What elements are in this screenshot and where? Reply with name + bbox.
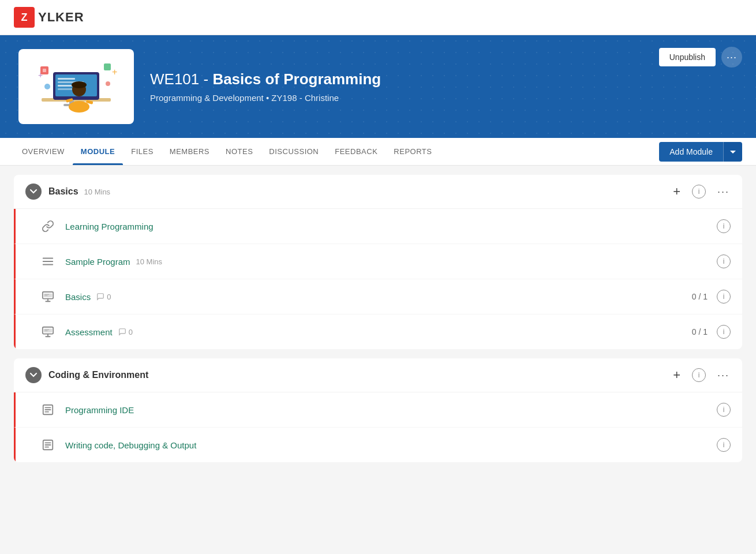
item-learning-programming: Learning Programming i bbox=[14, 209, 742, 244]
module-basics-header: Basics 10 Mins + i ··· bbox=[14, 175, 742, 209]
item-assessment: Assessment 0 0 / 1 i bbox=[14, 314, 742, 349]
svg-rect-16 bbox=[104, 63, 111, 70]
svg-rect-7 bbox=[58, 85, 72, 87]
tab-files[interactable]: FILES bbox=[123, 138, 162, 165]
module-coding-title: Coding & Environment bbox=[48, 370, 148, 380]
item-assessment-score: 0 / 1 bbox=[692, 327, 708, 336]
module-coding-more-button[interactable]: ··· bbox=[716, 368, 731, 383]
tab-module[interactable]: MODULE bbox=[73, 138, 123, 165]
item-writing-code-right: i bbox=[717, 438, 731, 452]
lines-icon bbox=[39, 252, 57, 271]
item-programming-ide-info[interactable]: i bbox=[717, 403, 731, 417]
module-coding-add-button[interactable]: + bbox=[672, 366, 682, 384]
item-basics-title[interactable]: Basics bbox=[65, 292, 91, 302]
course-meta: Programming & Development • ZY198 - Chri… bbox=[150, 93, 738, 103]
item-assessment-comments: 0 bbox=[118, 328, 133, 336]
svg-point-11 bbox=[72, 81, 87, 88]
module-basics-actions: + i ··· bbox=[672, 183, 731, 200]
svg-rect-15 bbox=[43, 69, 46, 72]
item-assessment-right: 0 / 1 i bbox=[692, 325, 731, 339]
tab-overview[interactable]: OVERVIEW bbox=[14, 138, 73, 165]
item-writing-code-info[interactable]: i bbox=[717, 438, 731, 452]
tab-members[interactable]: MEMBERS bbox=[162, 138, 218, 165]
course-thumbnail: + + bbox=[18, 49, 134, 124]
svg-text:+: + bbox=[38, 70, 43, 80]
svg-rect-5 bbox=[58, 78, 75, 80]
doc-lines-icon bbox=[39, 400, 57, 419]
logo-text: YLKER bbox=[38, 10, 84, 25]
course-banner: + + WE101 - Basics of Programming Progra… bbox=[0, 35, 756, 138]
tabs-bar: OVERVIEW MODULE FILES MEMBERS NOTES DISC… bbox=[0, 138, 756, 166]
course-category: Programming & Development bbox=[150, 93, 264, 103]
top-header: Z YLKER bbox=[0, 0, 756, 35]
module-basics-add-button[interactable]: + bbox=[672, 183, 682, 200]
svg-point-17 bbox=[44, 84, 50, 89]
item-sample-program-right: i bbox=[717, 254, 731, 268]
item-programming-ide-right: i bbox=[717, 403, 731, 417]
add-module-button[interactable]: Add Module bbox=[659, 142, 723, 162]
module-basics-duration: 10 Mins bbox=[84, 188, 111, 196]
add-module-caret-button[interactable] bbox=[723, 142, 742, 162]
item-programming-ide-title[interactable]: Programming IDE bbox=[65, 405, 134, 415]
tab-reports[interactable]: REPORTS bbox=[386, 138, 440, 165]
course-instructor: ZY198 - Christine bbox=[271, 93, 339, 103]
item-learning-programming-title[interactable]: Learning Programming bbox=[65, 222, 154, 231]
item-writing-code-title[interactable]: Writing code, Debugging & Output bbox=[65, 440, 196, 450]
more-options-button[interactable]: ··· bbox=[721, 47, 742, 68]
course-info: WE101 - Basics of Programming Programmin… bbox=[150, 70, 738, 103]
content-area: Basics 10 Mins + i ··· Learning Programm… bbox=[0, 166, 756, 481]
item-basics-right: 0 / 1 i bbox=[692, 290, 731, 304]
chain-icon bbox=[39, 217, 57, 235]
item-basics-score: 0 / 1 bbox=[692, 292, 708, 301]
monitor-icon bbox=[39, 287, 57, 306]
tab-notes[interactable]: NOTES bbox=[218, 138, 261, 165]
item-learning-programming-info[interactable]: i bbox=[717, 219, 731, 233]
item-sample-program-info[interactable]: i bbox=[717, 254, 731, 268]
item-basics-comments: 0 bbox=[96, 293, 111, 301]
monitor-icon-2 bbox=[39, 323, 57, 341]
module-basics-toggle[interactable] bbox=[25, 184, 42, 200]
banner-actions: Unpublish ··· bbox=[659, 47, 742, 68]
item-basics: Basics 0 0 / 1 i bbox=[14, 279, 742, 314]
tab-actions: Add Module bbox=[659, 142, 742, 162]
logo: Z YLKER bbox=[14, 7, 84, 28]
item-learning-programming-right: i bbox=[717, 219, 731, 233]
module-basics-more-button[interactable]: ··· bbox=[716, 185, 731, 199]
doc-lines-icon-2 bbox=[39, 436, 57, 454]
item-sample-program: Sample Program 10 Mins i bbox=[14, 244, 742, 279]
module-coding-header: Coding & Environment + i ··· bbox=[14, 358, 742, 392]
unpublish-button[interactable]: Unpublish bbox=[659, 48, 716, 66]
item-sample-program-title[interactable]: Sample Program bbox=[65, 257, 130, 267]
module-basics: Basics 10 Mins + i ··· Learning Programm… bbox=[14, 175, 742, 349]
item-assessment-title[interactable]: Assessment bbox=[65, 327, 113, 337]
module-coding-environment: Coding & Environment + i ··· Programming… bbox=[14, 358, 742, 462]
module-basics-info-button[interactable]: i bbox=[692, 185, 706, 199]
item-assessment-info[interactable]: i bbox=[717, 325, 731, 339]
svg-point-9 bbox=[69, 101, 89, 113]
svg-text:+: + bbox=[112, 67, 117, 77]
module-coding-toggle[interactable] bbox=[25, 367, 42, 383]
module-basics-title: Basics bbox=[48, 186, 78, 197]
course-heading: WE101 - Basics of Programming bbox=[150, 70, 738, 88]
meta-dot: • bbox=[266, 93, 271, 103]
tab-discussion[interactable]: DISCUSSION bbox=[261, 138, 327, 165]
course-code: WE101 - bbox=[150, 70, 212, 88]
item-programming-ide: Programming IDE i bbox=[14, 392, 742, 427]
module-coding-actions: + i ··· bbox=[672, 366, 731, 384]
item-basics-info[interactable]: i bbox=[717, 290, 731, 304]
svg-point-18 bbox=[106, 81, 110, 86]
item-writing-code: Writing code, Debugging & Output i bbox=[14, 427, 742, 462]
tab-feedback[interactable]: FEEDBACK bbox=[327, 138, 386, 165]
module-coding-info-button[interactable]: i bbox=[692, 368, 706, 382]
course-title: Basics of Programming bbox=[212, 70, 381, 88]
logo-icon: Z bbox=[14, 7, 35, 28]
item-sample-program-duration: 10 Mins bbox=[136, 257, 163, 266]
